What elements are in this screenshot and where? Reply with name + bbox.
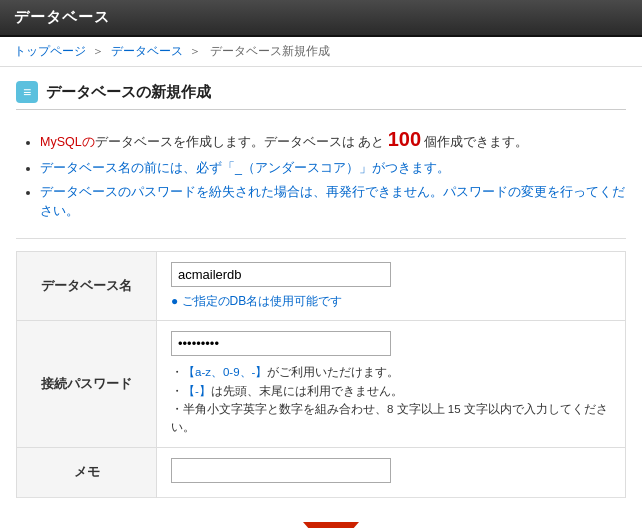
input-password[interactable] [171, 331, 391, 356]
label-dbname: データベース名 [17, 252, 157, 321]
arrow-button-group: データベースを作成する [16, 522, 626, 528]
value-password: 【a-z、0-9、-】がご利用いただけます。 【-】は先頭、末尾には利用できませ… [157, 321, 626, 448]
form-row-dbname: データベース名 ご指定のDB名は使用可能です [17, 252, 626, 321]
info1-number: 100 [388, 128, 421, 150]
main-content: データベースの新規作成 MySQLのデータベースを作成します。データベースは あ… [0, 67, 642, 528]
password-hints: 【a-z、0-9、-】がご利用いただけます。 【-】は先頭、末尾には利用できませ… [171, 363, 611, 437]
page-title: データベース [14, 8, 628, 27]
info3-text: データベースのパスワードを紛失された場合は、再発行できません。パスワードの変更を… [40, 185, 625, 218]
password-hint-1: 【a-z、0-9、-】がご利用いただけます。 [171, 363, 611, 381]
info1-prefix: MySQLの [40, 135, 95, 149]
info-list: MySQLのデータベースを作成します。データベースは あと 100 個作成できま… [16, 124, 626, 220]
form-row-password: 接続パスワード 【a-z、0-9、-】がご利用いただけます。 【-】は先頭、末尾… [17, 321, 626, 448]
page-header: データベース [0, 0, 642, 37]
info-item-1: MySQLのデータベースを作成します。データベースは あと 100 個作成できま… [40, 124, 626, 154]
breadcrumb: トップページ ＞ データベース ＞ データベース新規作成 [0, 37, 642, 67]
section-icon [16, 81, 38, 103]
form-table: データベース名 ご指定のDB名は使用可能です 接続パスワード 【a-z、0-9、… [16, 251, 626, 498]
info-item-3: データベースのパスワードを紛失された場合は、再発行できません。パスワードの変更を… [40, 183, 626, 221]
password-hint-3: 半角小文字英字と数字を組み合わせ、8 文字以上 15 文字以内で入力してください… [171, 400, 611, 437]
underscore: _ [235, 161, 242, 175]
button-container: データベースを作成する [16, 512, 626, 528]
value-dbname: ご指定のDB名は使用可能です [157, 252, 626, 321]
info2-text: データベース名の前には、必ず「_（アンダースコア）」がつきます。 [40, 161, 450, 175]
label-memo: メモ [17, 447, 157, 497]
input-dbname[interactable] [171, 262, 391, 287]
section-title-text: データベースの新規作成 [46, 83, 211, 102]
arrow-icon [303, 522, 359, 528]
breadcrumb-current: データベース新規作成 [210, 44, 330, 58]
info-item-2: データベース名の前には、必ず「_（アンダースコア）」がつきます。 [40, 159, 626, 178]
info1-link: データベースを作成します。データベースは あと [95, 135, 388, 149]
breadcrumb-top-link[interactable]: トップページ [14, 44, 86, 58]
info1-suffix: 個作成できます。 [421, 135, 528, 149]
value-memo [157, 447, 626, 497]
breadcrumb-db-link[interactable]: データベース [111, 44, 183, 58]
label-password: 接続パスワード [17, 321, 157, 448]
db-available-hint: ご指定のDB名は使用可能です [171, 293, 611, 310]
breadcrumb-sep1: ＞ [92, 44, 107, 58]
breadcrumb-sep2: ＞ [189, 44, 204, 58]
password-hint-2: 【-】は先頭、末尾には利用できません。 [171, 382, 611, 400]
separator [16, 238, 626, 239]
form-row-memo: メモ [17, 447, 626, 497]
section-title-bar: データベースの新規作成 [16, 81, 626, 110]
input-memo[interactable] [171, 458, 391, 483]
